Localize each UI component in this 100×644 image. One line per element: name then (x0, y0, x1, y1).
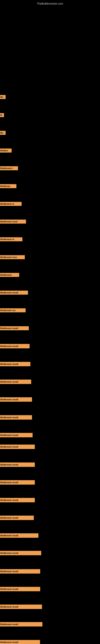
bottleneck-bar: Bottleneck result (0, 415, 32, 420)
bottleneck-bar: Bottleneck result (0, 569, 40, 574)
bottleneck-bar: Bottleneck re (0, 202, 22, 206)
bottleneck-bar: Bottlenec (0, 184, 16, 188)
bottleneck-bar: Bottleneck result (0, 498, 35, 502)
bottleneck-bar: Bottlen (0, 148, 12, 152)
bottleneck-bar: Bottleneck res (0, 308, 26, 312)
bottleneck-bar: Bottleneck resul (0, 220, 26, 224)
bottleneck-bar: Bottleneck result (0, 516, 34, 520)
bottleneck-bar: Bottleneck result (0, 290, 28, 295)
site-title: TheBottlenecker.com (0, 0, 100, 6)
bottleneck-bar: Bottleneck r (0, 166, 18, 170)
bottleneck-bar: Bo (0, 95, 6, 99)
bottleneck-bar: Bottleneck result (0, 397, 32, 402)
bottleneck-bar: Bottleneck result (0, 444, 35, 449)
bottleneck-bar: Bottleneck result (0, 433, 33, 437)
bottleneck-bar: Bottleneck result (0, 587, 40, 591)
bottleneck-bar: Bottleneck resu (0, 255, 25, 259)
bottleneck-bar: Bottleneck result (0, 344, 30, 348)
bottleneck-bar: B (0, 113, 4, 117)
bottleneck-bar: Bottleneck result (0, 622, 42, 626)
bottleneck-bar: Bottleneck (0, 273, 19, 277)
bottleneck-bar: Bottleneck result (0, 533, 38, 538)
bottleneck-bar: Bottleneck result (0, 462, 35, 467)
bars-container: BoBBoBottlenBottleneck rBottlenecBottlen… (0, 6, 100, 644)
bottleneck-bar: Bottleneck result (0, 380, 31, 384)
bottleneck-bar: Bottleneck result (0, 362, 30, 366)
bottleneck-bar: Bottleneck result (0, 604, 42, 609)
bottleneck-bar: Bottleneck result (0, 480, 35, 484)
bottleneck-bar: Bo (0, 131, 6, 135)
bottleneck-bar: Bottleneck result (0, 551, 41, 555)
bottleneck-bar: Bottleneck result (0, 326, 29, 330)
bottleneck-bar: Bottleneck re (0, 237, 22, 241)
bottleneck-bar: Bottleneck result (0, 640, 40, 644)
